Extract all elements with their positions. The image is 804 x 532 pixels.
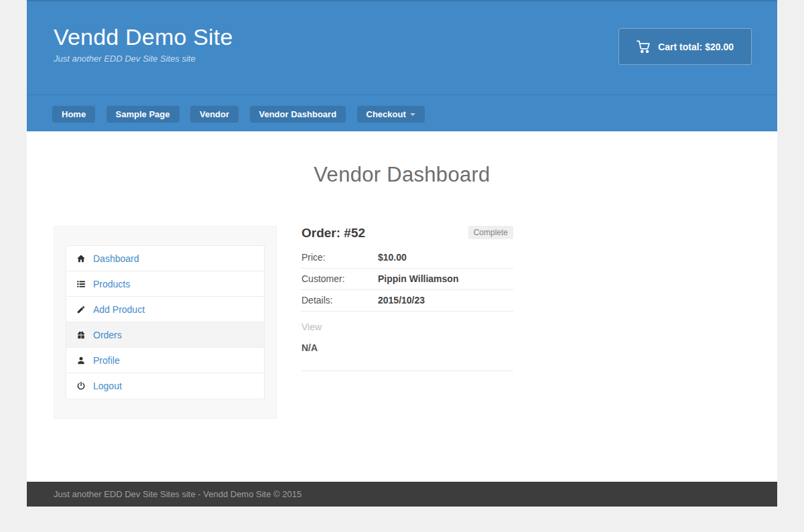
sidebar-item-logout[interactable]: Logout [66, 373, 264, 399]
pencil-icon [76, 305, 86, 314]
main-navigation: Home Sample Page Vendor Vendor Dashboard… [27, 94, 777, 131]
nav-item-sample-page[interactable]: Sample Page [107, 106, 180, 123]
list-icon [76, 279, 86, 289]
header-branding: Vendd Demo Site Just another EDD Dev Sit… [27, 1, 777, 94]
cart-total-button[interactable]: Cart total: $20.00 [618, 28, 752, 65]
sidebar-item-products[interactable]: Products [66, 271, 264, 297]
site-container: Vendd Demo Site Just another EDD Dev Sit… [27, 0, 777, 507]
order-row-customer: Customer: Pippin Williamson [302, 269, 513, 290]
sidebar-item-orders[interactable]: Orders [66, 322, 264, 348]
sidebar-item-profile[interactable]: Profile [66, 348, 264, 373]
site-title-link[interactable]: Vendd Demo Site [54, 24, 233, 50]
cart-total-label: Cart total: $20.00 [658, 42, 734, 52]
nav-item-vendor-dashboard[interactable]: Vendor Dashboard [250, 106, 346, 123]
order-row-details: Details: 2015/10/23 [302, 290, 513, 312]
home-icon [76, 254, 86, 263]
page-content: Vendor Dashboard Dashboard [27, 131, 777, 482]
chevron-down-icon [410, 113, 415, 116]
nav-item-checkout[interactable]: Checkout [357, 106, 425, 123]
site-header: Vendd Demo Site Just another EDD Dev Sit… [27, 0, 777, 131]
order-details: Order: #52 Complete Price: $10.00 Custom… [302, 226, 513, 371]
footer-text: Just another EDD Dev Site Sites site - V… [54, 489, 302, 499]
order-row-price: Price: $10.00 [302, 247, 513, 269]
sidebar-item-add-product[interactable]: Add Product [66, 297, 264, 322]
view-link[interactable]: View [302, 322, 322, 332]
order-heading: Order: #52 [302, 226, 365, 241]
gift-icon [76, 330, 86, 340]
power-icon [76, 381, 86, 391]
shopping-cart-icon [636, 40, 651, 53]
order-divider [302, 371, 513, 371]
page-title: Vendor Dashboard [54, 163, 750, 187]
order-status-badge: Complete [468, 226, 513, 239]
view-value: N/A [302, 342, 513, 353]
site-footer: Just another EDD Dev Site Sites site - V… [27, 482, 777, 507]
vendor-menu-panel: Dashboard Products [54, 226, 277, 419]
user-icon [76, 356, 86, 365]
sidebar-item-dashboard[interactable]: Dashboard [66, 246, 264, 271]
nav-item-vendor[interactable]: Vendor [190, 106, 239, 123]
nav-item-home[interactable]: Home [52, 106, 95, 123]
